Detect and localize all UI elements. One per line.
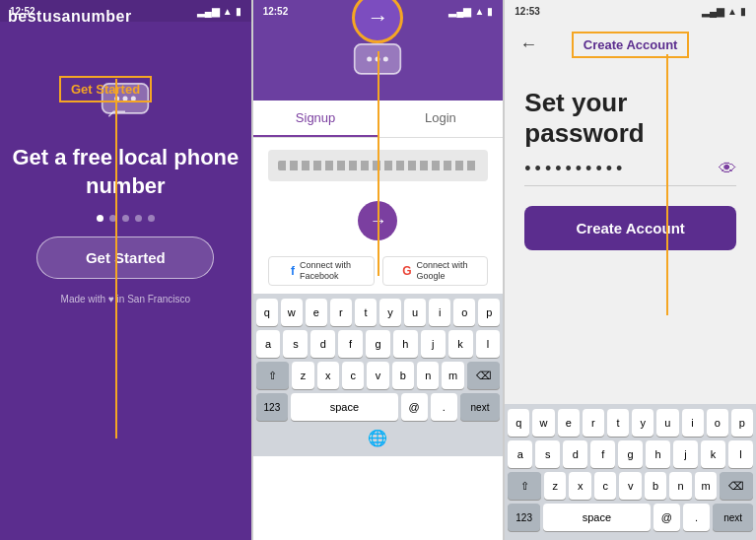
key-o[interactable]: o [453, 299, 475, 326]
key-y[interactable]: y [379, 299, 401, 326]
key-m-s3[interactable]: m [695, 472, 717, 500]
screen2-top-area: → [253, 22, 504, 101]
key-123-s3[interactable]: 123 [508, 504, 540, 531]
key-j[interactable]: j [421, 330, 446, 358]
tabs-row: Signup Login [253, 101, 504, 138]
key-at[interactable]: @ [401, 393, 428, 421]
key-l[interactable]: l [476, 330, 501, 358]
tab-login[interactable]: Login [378, 101, 504, 137]
key-i-s3[interactable]: i [682, 409, 704, 437]
key-b[interactable]: b [392, 362, 414, 389]
back-arrow-button[interactable]: ← [519, 34, 537, 55]
key-d-s3[interactable]: d [563, 440, 587, 468]
key-n[interactable]: n [417, 362, 439, 389]
key-j-s3[interactable]: j [673, 440, 698, 468]
key-s-s3[interactable]: s [535, 440, 560, 468]
key-a-s3[interactable]: a [508, 440, 532, 468]
key-h[interactable]: h [393, 330, 418, 358]
made-with-text: Made with ♥ in San Francisco [61, 294, 191, 304]
key-b-s3[interactable]: b [645, 472, 666, 500]
screen3-header: ← Create Account [505, 22, 756, 68]
key-t[interactable]: t [355, 299, 377, 326]
signal-icon-3: ▂▄▆ [702, 6, 724, 17]
key-p[interactable]: p [478, 299, 500, 326]
key-o-s3[interactable]: o [707, 409, 728, 437]
key-c-s3[interactable]: c [594, 472, 616, 500]
screen1-status-icons: ▂▄▆ ▲ ▮ [197, 6, 241, 17]
key-space[interactable]: space [291, 393, 397, 421]
screen3-status-bar: 12:53 ▂▄▆ ▲ ▮ [505, 0, 756, 22]
get-started-annotation-top: Get Started [59, 76, 152, 102]
key-dot-s3[interactable]: . [683, 504, 710, 531]
svg-point-8 [383, 56, 388, 61]
key-y-s3[interactable]: y [632, 409, 653, 437]
key-f[interactable]: f [338, 330, 363, 358]
emoji-key[interactable]: 🌐 [368, 429, 387, 447]
keyboard-bottom-bar: 🌐 [256, 425, 501, 451]
key-t-s3[interactable]: t [607, 409, 629, 437]
tab-signup[interactable]: Signup [253, 101, 378, 137]
key-f-s3[interactable]: f [590, 440, 615, 468]
key-next-s3[interactable]: next [713, 504, 753, 531]
password-field[interactable]: •••••••••• [524, 159, 719, 179]
key-i[interactable]: i [429, 299, 450, 326]
key-s[interactable]: s [283, 330, 308, 358]
key-u-s3[interactable]: u [656, 409, 678, 437]
key-d[interactable]: d [310, 330, 335, 358]
svg-point-7 [376, 56, 380, 61]
key-r-s3[interactable]: r [583, 409, 604, 437]
key-w[interactable]: w [281, 299, 303, 326]
key-v-s3[interactable]: v [619, 472, 641, 500]
key-r[interactable]: r [330, 299, 352, 326]
key-at-s3[interactable]: @ [653, 504, 680, 531]
key-e-s3[interactable]: e [558, 409, 580, 437]
dot-1 [97, 215, 103, 222]
google-login-button[interactable]: G Connect with Google [382, 256, 489, 286]
key-next[interactable]: next [460, 393, 501, 421]
key-v[interactable]: v [367, 362, 388, 389]
facebook-icon: f [291, 264, 295, 278]
key-g[interactable]: g [366, 330, 390, 358]
key-x-s3[interactable]: x [569, 472, 590, 500]
key-g-s3[interactable]: g [618, 440, 643, 468]
screen2: 12:52 ▂▄▆ ▲ ▮ → Si [253, 0, 504, 540]
key-z[interactable]: z [292, 362, 313, 389]
key-backspace-s3[interactable]: ⌫ [720, 472, 753, 500]
email-input[interactable] [268, 150, 489, 181]
toggle-password-visibility-icon[interactable]: 👁 [719, 159, 736, 179]
key-k[interactable]: k [448, 330, 473, 358]
key-e[interactable]: e [306, 299, 327, 326]
submit-arrow-button[interactable]: → [358, 201, 397, 240]
key-u[interactable]: u [404, 299, 426, 326]
key-q-s3[interactable]: q [508, 409, 529, 437]
key-shift-s3[interactable]: ⇧ [508, 472, 541, 500]
screen1: 12:52 ▂▄▆ ▲ ▮ Get Started G [0, 0, 251, 540]
key-backspace[interactable]: ⌫ [467, 362, 501, 389]
key-a[interactable]: a [256, 330, 281, 358]
battery-icon: ▮ [236, 6, 241, 17]
key-k-s3[interactable]: k [701, 440, 725, 468]
key-123[interactable]: 123 [256, 393, 289, 421]
key-p-s3[interactable]: p [731, 409, 753, 437]
keyboard-row-1: q w e r t y u i o p [256, 299, 501, 326]
key-c[interactable]: c [342, 362, 364, 389]
key-dot[interactable]: . [431, 393, 457, 421]
facebook-login-button[interactable]: f Connect with Facebook [268, 256, 375, 286]
key-h-s3[interactable]: h [646, 440, 670, 468]
dot-3 [122, 215, 129, 222]
key-w-s3[interactable]: w [532, 409, 554, 437]
key-q[interactable]: q [256, 299, 278, 326]
create-account-button[interactable]: Create Account [524, 206, 736, 250]
key-z-s3[interactable]: z [544, 472, 566, 500]
get-started-button[interactable]: Get Started [36, 236, 214, 279]
next-arrow-circle[interactable]: → [352, 0, 403, 43]
key-space-s3[interactable]: space [543, 504, 651, 531]
key-l-s3[interactable]: l [728, 440, 753, 468]
key-shift[interactable]: ⇧ [256, 362, 290, 389]
key-m[interactable]: m [442, 362, 463, 389]
key-n-s3[interactable]: n [669, 472, 691, 500]
social-login-row: f Connect with Facebook G Connect with G… [253, 248, 504, 294]
key-x[interactable]: x [317, 362, 339, 389]
svg-point-6 [368, 56, 373, 61]
screen2-chat-icon [353, 41, 402, 81]
